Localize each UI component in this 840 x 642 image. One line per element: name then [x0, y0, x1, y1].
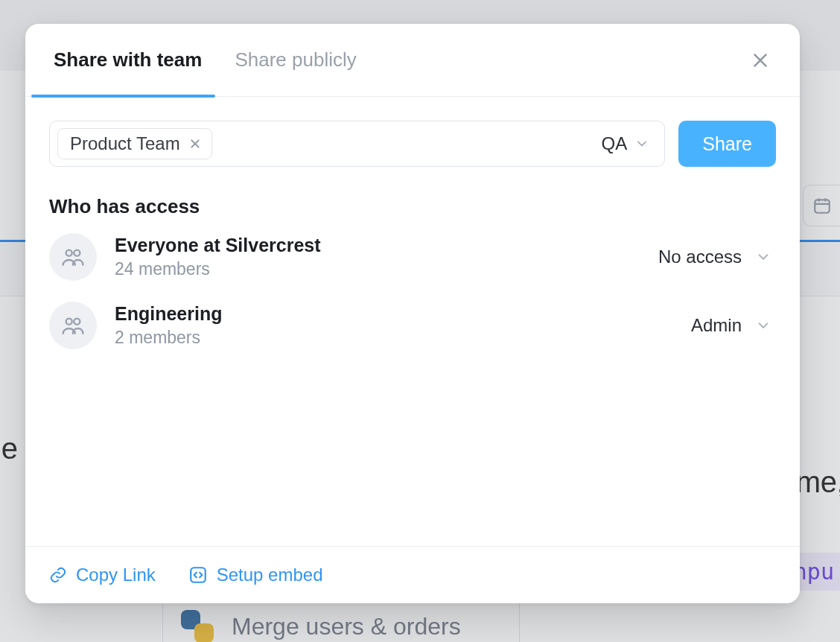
svg-point-3 — [66, 319, 72, 325]
remove-chip-button[interactable] — [189, 138, 201, 150]
access-section-title: Who has access — [49, 195, 776, 218]
copy-link-label: Copy Link — [76, 565, 156, 585]
svg-point-1 — [66, 250, 72, 256]
permission-value: Admin — [691, 315, 742, 336]
share-modal: Share with team Share publicly Product T… — [25, 24, 800, 603]
embed-icon — [188, 565, 208, 585]
access-name: Engineering — [115, 303, 673, 325]
setup-embed-label: Setup embed — [217, 565, 323, 585]
svg-point-2 — [74, 250, 80, 256]
chevron-down-icon — [634, 136, 649, 151]
role-select-value: QA — [602, 133, 628, 154]
access-meta: 2 members — [115, 328, 673, 348]
tab-label: Share publicly — [235, 48, 356, 71]
access-row: Everyone at Silvercrest 24 members No ac… — [49, 233, 776, 281]
group-avatar — [49, 302, 97, 349]
share-button-label: Share — [702, 133, 752, 154]
share-button[interactable]: Share — [678, 121, 776, 167]
access-meta: 24 members — [115, 259, 640, 279]
svg-point-4 — [74, 319, 80, 325]
chevron-down-icon — [755, 317, 771, 334]
close-icon — [751, 51, 770, 70]
svg-rect-5 — [191, 568, 206, 582]
group-avatar — [49, 233, 97, 281]
access-row: Engineering 2 members Admin — [49, 302, 776, 349]
link-icon — [49, 566, 67, 584]
permission-select[interactable]: Admin — [691, 315, 776, 336]
tab-label: Share with team — [54, 48, 202, 71]
close-button[interactable] — [743, 43, 777, 77]
setup-embed-button[interactable]: Setup embed — [188, 565, 323, 585]
access-who: Everyone at Silvercrest 24 members — [115, 235, 640, 279]
tab-share-team[interactable]: Share with team — [48, 23, 208, 97]
modal-tabs: Share with team Share publicly — [25, 24, 800, 97]
recipient-input[interactable]: Product Team QA — [49, 121, 665, 167]
access-list: Everyone at Silvercrest 24 members No ac… — [49, 233, 776, 349]
access-who: Engineering 2 members — [115, 303, 673, 348]
modal-body: Product Team QA Share — [25, 97, 800, 546]
share-row: Product Team QA Share — [49, 121, 776, 167]
people-icon — [61, 245, 85, 269]
chevron-down-icon — [755, 249, 771, 265]
tab-share-public[interactable]: Share publicly — [229, 23, 362, 97]
close-icon — [189, 138, 201, 150]
access-name: Everyone at Silvercrest — [115, 235, 640, 256]
recipient-chip[interactable]: Product Team — [57, 128, 212, 159]
copy-link-button[interactable]: Copy Link — [49, 565, 156, 585]
permission-value: No access — [658, 247, 742, 267]
people-icon — [61, 314, 85, 337]
role-select[interactable]: QA — [602, 133, 650, 154]
recipient-chip-label: Product Team — [70, 133, 180, 154]
permission-select[interactable]: No access — [658, 247, 776, 267]
modal-footer: Copy Link Setup embed — [25, 546, 800, 603]
